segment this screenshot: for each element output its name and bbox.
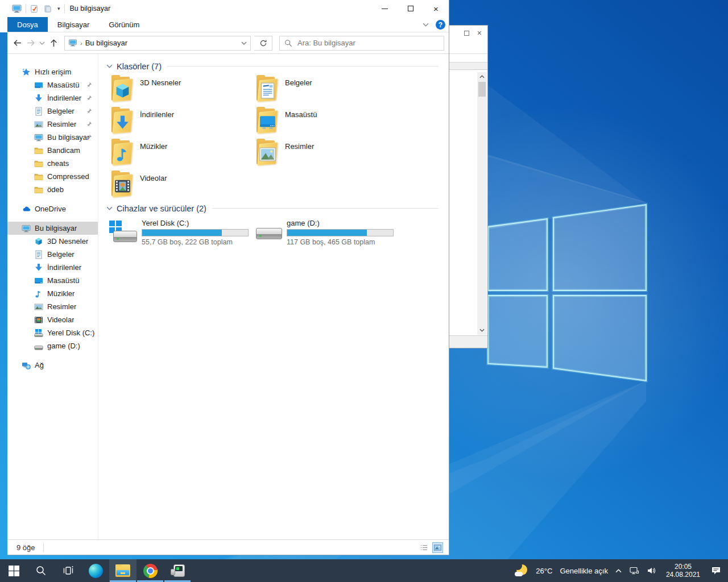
maximize-icon[interactable] — [464, 31, 469, 36]
start-button[interactable] — [0, 559, 27, 582]
this-pc-icon — [68, 39, 77, 47]
qat-dropdown-icon[interactable]: ▾ — [57, 6, 60, 11]
download-icon — [34, 263, 43, 272]
sidebar-item-i-ndirilenler[interactable]: İndirilenler — [7, 92, 98, 105]
sidebar-item-masa-st[interactable]: Masaüstü — [7, 274, 98, 287]
scrollbar-thumb[interactable] — [478, 82, 486, 97]
ribbon-expand-icon[interactable] — [423, 23, 429, 27]
desktop-icon — [34, 81, 43, 90]
sidebar-item-game-d[interactable]: game (D:) — [7, 339, 98, 352]
close-button[interactable]: × — [423, 0, 449, 17]
help-icon[interactable]: ? — [436, 20, 445, 30]
magnifier-icon — [284, 39, 292, 47]
sidebar-item-m-zikler[interactable]: Müzikler — [7, 287, 98, 300]
quick-access-toolbar: ▾ — [12, 4, 65, 13]
background-window-content — [444, 72, 487, 335]
sidebar-item-resimler[interactable]: Resimler — [7, 300, 98, 313]
scroll-up-icon[interactable] — [479, 72, 485, 81]
background-app-window[interactable]: × — [444, 25, 488, 348]
music-icon — [34, 289, 43, 298]
search-box[interactable] — [279, 36, 444, 51]
folder-tile-3d-nesneler[interactable]: 3D Nesneler — [109, 76, 254, 107]
recent-locations-icon[interactable] — [39, 41, 45, 45]
forward-button[interactable] — [26, 38, 36, 48]
tray-overflow-icon[interactable] — [615, 569, 622, 573]
folder-tile-i-ndirilenler[interactable]: İndirilenler — [109, 107, 254, 139]
titlebar[interactable]: ▾ Bu bilgisayar × — [7, 0, 449, 17]
clock[interactable]: 20:05 24.08.2021 — [666, 563, 700, 579]
chrome-icon — [143, 564, 158, 578]
folder-tile-m-zikler[interactable]: Müzikler — [109, 139, 254, 171]
folder-icon — [109, 171, 135, 198]
up-button[interactable] — [48, 38, 59, 48]
network-icon[interactable] — [630, 566, 639, 575]
address-bar[interactable]: › Bu bilgisayar — [64, 36, 251, 51]
properties-icon[interactable] — [30, 5, 40, 13]
sidebar-item-bu-bilgisayar[interactable]: Bu bilgisayar — [7, 222, 98, 235]
taskview-icon — [63, 565, 74, 576]
sidebar-item-resimler[interactable]: Resimler — [7, 118, 98, 131]
sidebar-item-i-ndirilenler[interactable]: İndirilenler — [7, 261, 98, 274]
task-view-button[interactable] — [55, 559, 82, 582]
sidebar-item-bu-bilgisayar[interactable]: Bu bilgisayar — [7, 131, 98, 144]
minimize-button[interactable] — [372, 0, 398, 17]
folder-tile-belgeler[interactable]: Belgeler — [254, 76, 399, 107]
search-button[interactable] — [27, 559, 55, 582]
sidebar-item-deb[interactable]: ödeb — [7, 183, 98, 196]
address-crumb[interactable]: Bu bilgisayar — [85, 39, 127, 47]
notification-center-icon[interactable] — [711, 566, 721, 575]
capacity-bar — [142, 229, 249, 236]
volume-icon[interactable] — [647, 566, 656, 575]
folder-icon — [34, 172, 43, 181]
sidebar-item-h-zl-eri-im[interactable]: Hızlı erişim — [7, 65, 98, 78]
collapse-icon[interactable] — [106, 64, 113, 68]
refresh-button[interactable] — [254, 36, 272, 51]
pin-icon — [86, 95, 92, 101]
folder-icon — [109, 139, 135, 167]
ribbon-tab-bilgisayar[interactable]: Bilgisayar — [48, 17, 99, 32]
folder-tile-videolar[interactable]: Videolar — [109, 171, 254, 203]
details-view-button[interactable] — [419, 542, 429, 553]
star-icon — [21, 68, 31, 77]
sidebar-item-yerel-disk-c[interactable]: Yerel Disk (C:) — [7, 326, 98, 339]
sidebar-item-bandicam[interactable]: Bandicam — [7, 144, 98, 157]
this-pc-icon[interactable] — [12, 5, 22, 13]
collapse-icon[interactable] — [106, 206, 113, 210]
file-explorer-app[interactable] — [109, 559, 136, 582]
picture-icon — [259, 146, 276, 163]
large-icons-view-button[interactable] — [432, 542, 443, 553]
address-dropdown-icon[interactable] — [241, 41, 247, 45]
scrollbar[interactable] — [477, 72, 487, 335]
ribbon-tab-g-r-n-m[interactable]: Görünüm — [99, 17, 149, 32]
weather-condition[interactable]: Genellikle açık — [560, 567, 608, 575]
edge-app[interactable] — [82, 559, 109, 582]
maximize-button[interactable] — [398, 0, 423, 17]
drive-tile-yerel-disk-c[interactable]: Yerel Disk (C:) 55,7 GB boş, 222 GB topl… — [109, 219, 254, 246]
sidebar-item-videolar[interactable]: Videolar — [7, 313, 98, 326]
sidebar-item-compressed[interactable]: Compressed — [7, 170, 98, 183]
sidebar-item-belgeler[interactable]: Belgeler — [7, 105, 98, 118]
onedrive-icon — [21, 205, 31, 214]
sidebar-item-3d-nesneler[interactable]: 3D Nesneler — [7, 235, 98, 248]
sidebar-item-a[interactable]: Ağ — [7, 359, 98, 372]
group-header-folders[interactable]: Klasörler (7) — [106, 61, 443, 72]
sidebar-item-onedrive[interactable]: OneDrive — [7, 202, 98, 215]
chrome-app[interactable] — [136, 559, 164, 582]
search-input[interactable] — [296, 38, 439, 48]
drive-tile-game-d[interactable]: game (D:) 117 GB boş, 465 GB toplam — [254, 219, 399, 246]
sidebar-item-cheats[interactable]: cheats — [7, 157, 98, 170]
status-bar: 9 öğe — [7, 539, 449, 555]
scroll-down-icon[interactable] — [479, 326, 485, 335]
folder-tile-resimler[interactable]: Resimler — [254, 139, 399, 171]
ribbon-tab-dosya[interactable]: Dosya — [7, 17, 48, 32]
group-header-devices[interactable]: Cihazlar ve sürücüler (2) — [106, 203, 443, 214]
new-folder-icon[interactable] — [44, 5, 53, 13]
bandicam-app[interactable] — [164, 559, 191, 582]
weather-icon[interactable] — [515, 564, 528, 577]
back-button[interactable] — [12, 38, 22, 48]
folder-tile-masa-st[interactable]: Masaüstü — [254, 107, 399, 139]
sidebar-item-masa-st[interactable]: Masaüstü — [7, 78, 98, 92]
sidebar-item-belgeler[interactable]: Belgeler — [7, 248, 98, 261]
close-icon[interactable]: × — [477, 29, 482, 37]
temperature[interactable]: 26°C — [536, 567, 552, 575]
